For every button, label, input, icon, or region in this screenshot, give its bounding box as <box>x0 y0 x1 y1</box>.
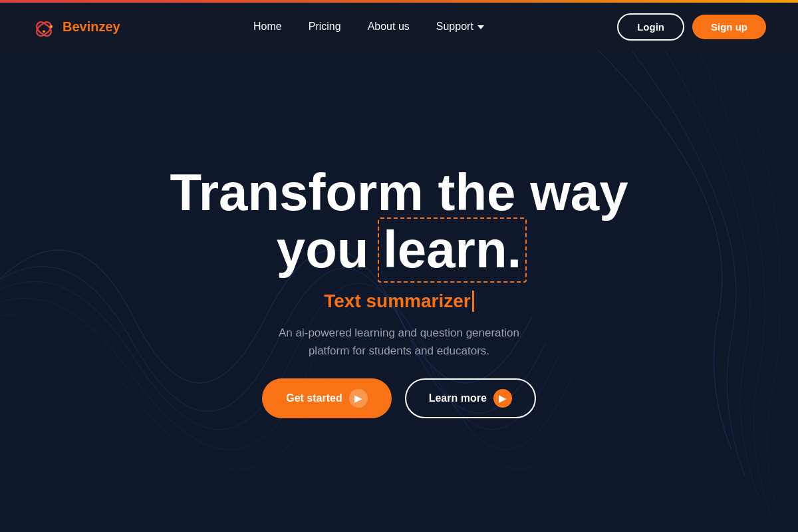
hero-title-line2: you learn. <box>170 221 628 279</box>
subtitle-text: Text summarizer <box>324 291 470 312</box>
nav-item-about[interactable]: About us <box>368 21 410 33</box>
get-started-arrow-icon: ▶ <box>349 389 368 408</box>
learn-highlight: learn. <box>383 221 521 279</box>
nav-item-support[interactable]: Support <box>436 21 484 33</box>
learn-more-arrow-icon: ▶ <box>493 389 512 408</box>
support-label: Support <box>436 21 473 33</box>
nav-links: Home Pricing About us Support <box>253 21 484 33</box>
learn-more-label: Learn more <box>429 392 487 404</box>
nav-item-home[interactable]: Home <box>253 21 282 33</box>
svg-point-0 <box>50 25 53 29</box>
logo-icon <box>32 15 56 39</box>
logo-text: Bevinzey <box>63 19 120 35</box>
description-line1: An ai-powered learning and question gene… <box>279 327 519 339</box>
hero-description: An ai-powered learning and question gene… <box>279 324 519 360</box>
logo[interactable]: Bevinzey <box>32 15 120 39</box>
svg-point-1 <box>43 30 45 33</box>
hero-subtitle: Text summarizer <box>324 291 473 312</box>
navbar: Bevinzey Home Pricing About us Support L… <box>0 3 798 51</box>
hero-section: Transform the way you learn. Text summar… <box>0 51 798 532</box>
get-started-label: Get started <box>286 392 342 404</box>
learn-text: learn. <box>383 220 521 279</box>
chevron-down-icon <box>477 25 484 29</box>
description-line2: platform for students and educators. <box>309 344 489 357</box>
hero-title-line1: Transform the way <box>170 163 628 221</box>
learn-more-button[interactable]: Learn more ▶ <box>405 378 536 418</box>
hero-title: Transform the way you learn. <box>170 164 628 279</box>
cursor-blink <box>472 291 474 312</box>
hero-title-you: you <box>277 220 383 279</box>
get-started-button[interactable]: Get started ▶ <box>262 378 391 418</box>
signup-button[interactable]: Sign up <box>692 15 766 39</box>
hero-content: Transform the way you learn. Text summar… <box>170 164 628 418</box>
hero-buttons: Get started ▶ Learn more ▶ <box>262 378 536 418</box>
nav-item-pricing[interactable]: Pricing <box>309 21 341 33</box>
login-button[interactable]: Login <box>617 13 684 41</box>
nav-buttons: Login Sign up <box>617 13 766 41</box>
